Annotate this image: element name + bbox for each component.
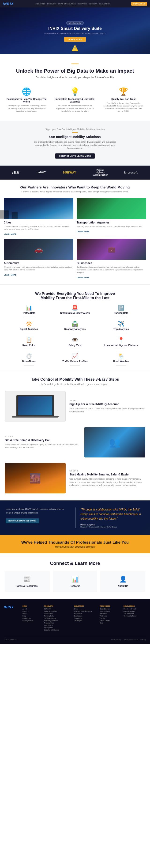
footer-col-2-title: PRODUCTS <box>44 605 73 607</box>
nav-logo[interactable]: INRIX <box>3 2 14 6</box>
signal-label: Sign-Up to See Our Intelligent Mobility … <box>14 128 136 131</box>
mobility-grid: 📊 Traffic Data ___________ 🚨 Crash Data … <box>5 305 145 366</box>
svg-rect-4 <box>11 212 18 219</box>
roadway-icon: 🛣️ <box>53 321 97 327</box>
step-3-icon: 🌆 <box>29 473 41 484</box>
mobility-item-roadway: 🛣️ Roadway Analytics ___________ <box>53 321 97 333</box>
transport-learn-more[interactable]: LEARN MORE <box>77 230 89 232</box>
step-1-label: STEP 1 <box>69 399 145 402</box>
signal-desc: Our intelligent mobility solutions are m… <box>33 141 117 150</box>
footer-link-auto[interactable]: Automotive <box>74 613 99 614</box>
nav-link-industries[interactable]: INDUSTRIES <box>35 3 45 5</box>
step-2-icon: 👥 <box>109 437 121 448</box>
footer-link-news[interactable]: News <box>23 613 43 614</box>
business-learn-more[interactable]: LEARN MORE <box>77 277 89 279</box>
footer-link-osm[interactable]: Open Street Map <box>44 611 73 612</box>
footer-link-community[interactable]: Community Forum <box>124 615 146 617</box>
connect-grid: 📰 News & Resources 📊 Research 👤 About Us <box>5 571 145 592</box>
safety-desc: ___________ <box>53 347 97 349</box>
footer-link-media[interactable]: Media Center <box>100 620 123 621</box>
footer-link-safetyview[interactable]: Safety View <box>44 627 73 628</box>
hero-badge: Introducing the <box>66 21 84 25</box>
footer-link-white[interactable]: White Papers <box>100 611 123 612</box>
footer-link-devportal[interactable]: Developer Portal <box>124 608 146 610</box>
footer-link-events[interactable]: Events <box>100 617 123 619</box>
footer-col-3-title: INDUSTRIES <box>74 605 99 607</box>
location-desc: ___________ <box>99 347 143 349</box>
footer-content: INRIX INRIX About Careers News Blog Cont… <box>4 605 146 631</box>
footer-link-blog[interactable]: Blog <box>23 615 43 617</box>
step-3-title: Start Making Mobility Smarter, Safer & E… <box>69 473 145 476</box>
step-3-desc: Use our high quality intelligent mobilit… <box>69 477 145 487</box>
nav-link-news[interactable]: NEWS & RESOURCES <box>58 3 76 5</box>
footer-link-signal[interactable]: Signal Analytics <box>44 617 73 619</box>
transport-desc: From highways to intersections we can he… <box>77 225 146 228</box>
footer-link-traffic[interactable]: Traffic Data <box>44 613 73 614</box>
footer-link-iq[interactable]: INRIX IQ <box>44 608 73 610</box>
footer-link-contact[interactable]: Contact Us <box>23 617 43 619</box>
nav-link-research[interactable]: RESEARCH <box>78 3 87 5</box>
laptop-mockup <box>17 395 54 416</box>
footer-link-cities[interactable]: Cities <box>74 608 99 610</box>
footer-link-blog-res[interactable]: Blog <box>100 622 123 624</box>
footer-col-1-title: INRIX <box>23 605 43 607</box>
step-3-image: 🌆 <box>5 463 66 493</box>
auto-learn-more[interactable]: LEARN MORE <box>4 274 17 276</box>
step-1-title: Sign Up For A Free INRIX IQ Account <box>69 403 145 406</box>
cta-sub[interactable]: MORE CUSTOMER SUCCESS STORIES <box>5 546 145 548</box>
cities-image <box>4 198 73 219</box>
contact-us-button[interactable]: CONTACT US <box>131 2 147 6</box>
footer-link-transport[interactable]: Transportation Agencies <box>74 611 99 612</box>
footer-link-about[interactable]: About <box>23 608 43 610</box>
footer-link-business[interactable]: Businesses <box>74 615 99 617</box>
partner-ladot: LADOT <box>36 171 46 174</box>
footer-link-roadway[interactable]: Roadway Analytics <box>44 620 73 621</box>
partner-subway: SUBWAY <box>63 171 76 174</box>
connect-card-research[interactable]: 📊 Research <box>53 571 98 592</box>
footer-bottom-privacy[interactable]: Privacy Policy <box>111 639 121 640</box>
footer-bottom-sitemap[interactable]: Sitemap <box>140 639 146 640</box>
business-image: 💼 <box>77 239 146 260</box>
footer-link-nav[interactable]: Navigation <box>74 617 99 619</box>
footer-bottom-terms[interactable]: Terms & Conditions <box>124 639 138 640</box>
footer-link-docs[interactable]: Documentation <box>124 611 146 612</box>
mobility-title: We Provide Everything You Need To Improv… <box>28 292 122 300</box>
grid-card-business: 💼 Businesses Our big data solutions and … <box>77 239 146 279</box>
value-card-positioned: 🌐 Positioned To Help You Change The Worl… <box>5 85 49 114</box>
nav-link-products[interactable]: PRODUCTS <box>47 3 56 5</box>
footer-link-privacy[interactable]: Privacy Policy <box>23 620 43 621</box>
signal-title: Our Intelligent Mobility Solutions <box>14 135 136 139</box>
footer-link-webinars[interactable]: Webinars <box>100 615 123 617</box>
footer-link-research-res[interactable]: Research <box>100 613 123 614</box>
footer-link-dev[interactable]: Developers <box>74 620 99 621</box>
nav-link-company[interactable]: COMPANY <box>89 3 97 5</box>
research-title: Research <box>56 585 94 587</box>
footer-link-locationint[interactable]: Location Intelligence <box>44 629 73 631</box>
footer-link-parking[interactable]: Parking Data <box>44 615 73 617</box>
connect-card-news[interactable]: 📰 News & Resources <box>5 571 49 592</box>
parking-icon: 🅿️ <box>99 305 143 311</box>
volume-title: Traffic Volume Profiles <box>53 360 97 363</box>
cities-learn-more[interactable]: LEARN MORE <box>4 233 17 235</box>
innovative-icon: 💡 <box>55 87 95 96</box>
bmw-attribution-title: Head of Infotainment Systems, BMW Group <box>80 526 144 528</box>
step-2-desc: Tell us about the issues that you are tr… <box>5 443 81 450</box>
footer-link-roadrules[interactable]: Road Rules <box>44 624 73 626</box>
roadrules-title: Road Rules <box>7 344 51 346</box>
cities-title: Cities <box>4 221 73 224</box>
traffic-desc: ___________ <box>7 315 51 317</box>
footer-link-api[interactable]: API Reference <box>124 613 146 614</box>
auto-icon: 🚗 <box>34 245 43 253</box>
footer-link-careers[interactable]: Careers <box>23 611 43 612</box>
signal-cta-button[interactable]: CONTACT US TO LEARN MORE <box>55 153 95 159</box>
footer-link-trip[interactable]: Trip Analytics <box>44 622 73 624</box>
mobility-item-roadrules: 📋 Road Rules ___________ <box>7 337 51 349</box>
navigation: INRIX INDUSTRIES PRODUCTS NEWS & RESOURC… <box>0 0 150 7</box>
footer-link-case[interactable]: Case Studies <box>100 608 123 610</box>
hero-cta-button[interactable]: LEARN MORE <box>64 37 86 42</box>
location-title: Location Intelligence Platform <box>99 344 143 346</box>
partner-microsoft: Microsoft <box>124 171 138 174</box>
nav-link-developers[interactable]: DEVELOPERS <box>99 3 110 5</box>
connect-card-about[interactable]: 👤 About Us <box>101 571 145 592</box>
bmw-cta-button[interactable]: READ OUR BMW CASE STUDY <box>6 519 39 523</box>
